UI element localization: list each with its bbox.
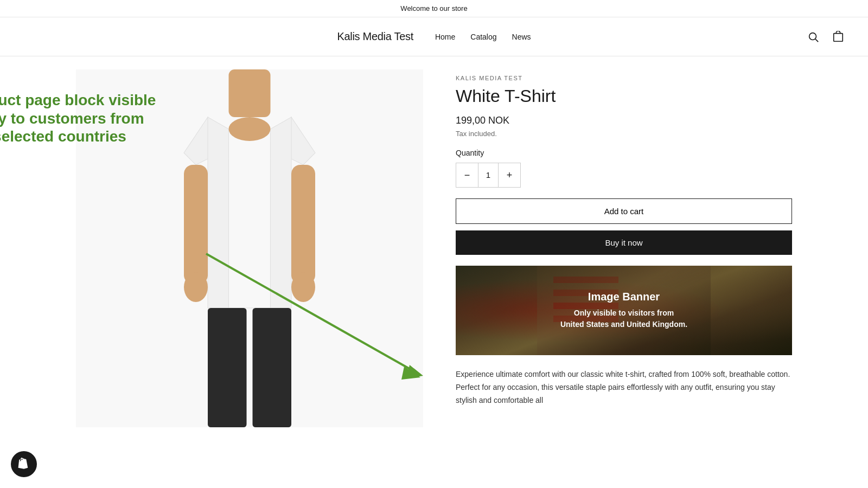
cart-button[interactable]: [830, 29, 846, 45]
search-icon: [807, 31, 819, 43]
tshirt-figure: [76, 69, 423, 427]
nav-news[interactable]: News: [512, 33, 531, 41]
search-button[interactable]: [805, 29, 821, 45]
announcement-bar: Welcome to our store: [0, 0, 868, 17]
cart-icon: [832, 31, 844, 43]
svg-point-0: [809, 33, 816, 40]
nav-catalog[interactable]: Catalog: [470, 33, 496, 41]
image-banner: Image Banner Only visible to visitors fr…: [456, 266, 792, 355]
nav-home[interactable]: Home: [435, 33, 455, 41]
main-nav: Home Catalog News: [435, 33, 531, 41]
svg-point-4: [229, 117, 271, 141]
main-content: Product page block visible only to custo…: [54, 56, 814, 440]
store-name: Kalis Media Test: [337, 30, 413, 43]
svg-rect-8: [253, 308, 292, 427]
brand-label: KALIS MEDIA TEST: [456, 75, 792, 81]
buy-now-button[interactable]: Buy it now: [456, 230, 792, 255]
product-title: White T-Shirt: [456, 86, 792, 106]
quantity-decrease-button[interactable]: −: [456, 163, 478, 187]
svg-rect-7: [208, 308, 247, 427]
svg-rect-2: [834, 33, 843, 41]
quantity-label: Quantity: [456, 149, 792, 157]
svg-rect-3: [229, 69, 271, 117]
quantity-value: 1: [478, 163, 499, 187]
banner-title: Image Banner: [588, 291, 660, 303]
svg-rect-5: [184, 165, 208, 284]
svg-rect-14: [553, 277, 618, 283]
product-gallery: Product page block visible only to custo…: [76, 69, 423, 427]
svg-line-1: [815, 39, 818, 42]
product-image-container: [76, 69, 423, 427]
product-description: Experience ultimate comfort with our cla…: [456, 368, 792, 407]
header-right: [531, 29, 846, 45]
banner-subtitle: Only visible to visitors fromUnited Stat…: [560, 307, 687, 330]
svg-point-10: [291, 272, 315, 302]
quantity-increase-button[interactable]: +: [499, 163, 520, 187]
quantity-control: − 1 +: [456, 163, 521, 188]
product-price: 199,00 NOK: [456, 115, 792, 126]
header: Kalis Media Test Home Catalog News: [0, 17, 868, 56]
svg-point-9: [184, 272, 208, 302]
add-to-cart-button[interactable]: Add to cart: [456, 198, 792, 224]
product-info: KALIS MEDIA TEST White T-Shirt 199,00 NO…: [456, 69, 792, 427]
header-center: Kalis Media Test Home Catalog News: [337, 30, 531, 43]
tax-note: Tax included.: [456, 130, 792, 138]
announcement-text: Welcome to our store: [400, 4, 467, 12]
product-image-svg: [152, 69, 347, 427]
svg-rect-6: [291, 165, 315, 284]
